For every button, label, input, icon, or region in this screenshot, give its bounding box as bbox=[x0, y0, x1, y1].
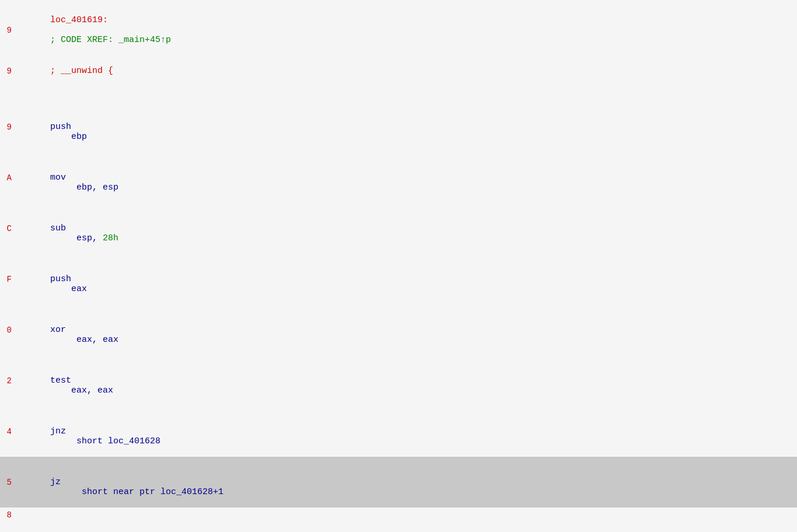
mnemonic-sub1: sub bbox=[50, 223, 97, 233]
line-addr: 9 bbox=[0, 123, 16, 132]
mnemonic-jz: jz bbox=[50, 477, 97, 487]
mnemonic-mov1: mov bbox=[50, 173, 97, 183]
operands-mov1: ebp, esp bbox=[50, 183, 118, 192]
code-line-xor: 0 xor eax, eax bbox=[0, 304, 797, 355]
line-addr: 2 bbox=[0, 376, 16, 386]
line-addr: 8 bbox=[0, 510, 16, 520]
code-line-test: 2 test eax, eax bbox=[0, 355, 797, 406]
line-addr: A bbox=[0, 173, 16, 183]
code-line-push-eax: F push eax bbox=[0, 254, 797, 304]
code-line-empty2: 8 bbox=[0, 508, 797, 523]
code-line-jz: 5 jz short near ptr loc_401628+1 bbox=[0, 457, 797, 508]
comment-xref1: ; CODE XREF: _main+45↑p bbox=[50, 35, 171, 45]
mnemonic-jnz: jnz bbox=[50, 426, 97, 436]
line-addr: 4 bbox=[0, 427, 16, 436]
code-line-loc401619-label: 9 loc_401619: ; CODE XREF: _main+45↑p bbox=[0, 5, 797, 55]
code-line-loc401628-label: 8 loc_401628: ; CODE XREF: .text:0040162… bbox=[0, 523, 797, 532]
operands-push1: ebp bbox=[50, 132, 87, 142]
line-addr: 9 bbox=[0, 66, 16, 76]
line-addr: 5 bbox=[0, 478, 16, 487]
comment-unwind: ; __unwind { bbox=[50, 66, 113, 76]
line-addr: C bbox=[0, 224, 16, 233]
code-line-push-ebp: 9 push ebp bbox=[0, 102, 797, 152]
code-line-empty1 bbox=[0, 86, 797, 102]
code-line-sub-esp: C sub esp, 28h bbox=[0, 203, 797, 254]
mnemonic-push1: push bbox=[50, 122, 97, 132]
mnemonic-xor: xor bbox=[50, 325, 97, 335]
operands-test: eax, eax bbox=[50, 386, 113, 396]
line-addr: F bbox=[0, 275, 16, 284]
operands-xor: eax, eax bbox=[50, 335, 118, 345]
mnemonic-push2: push bbox=[50, 274, 97, 284]
operands-push2: eax bbox=[50, 284, 87, 294]
line-addr: 9 bbox=[0, 26, 16, 35]
code-line-unwind: 9 ; __unwind { bbox=[0, 55, 797, 86]
operands-sub1: esp, 28h bbox=[50, 233, 118, 243]
operands-jnz: short loc_401628 bbox=[50, 436, 160, 446]
label-loc401619: loc_401619: bbox=[50, 15, 108, 25]
code-line-mov-ebp: A mov ebp, esp bbox=[0, 152, 797, 203]
operands-jz: short near ptr loc_401628+1 bbox=[50, 487, 223, 497]
line-addr: 0 bbox=[0, 326, 16, 335]
code-view: 9 loc_401619: ; CODE XREF: _main+45↑p 9 … bbox=[0, 0, 797, 532]
code-line-jnz: 4 jnz short loc_401628 bbox=[0, 406, 797, 457]
mnemonic-test: test bbox=[50, 376, 97, 386]
